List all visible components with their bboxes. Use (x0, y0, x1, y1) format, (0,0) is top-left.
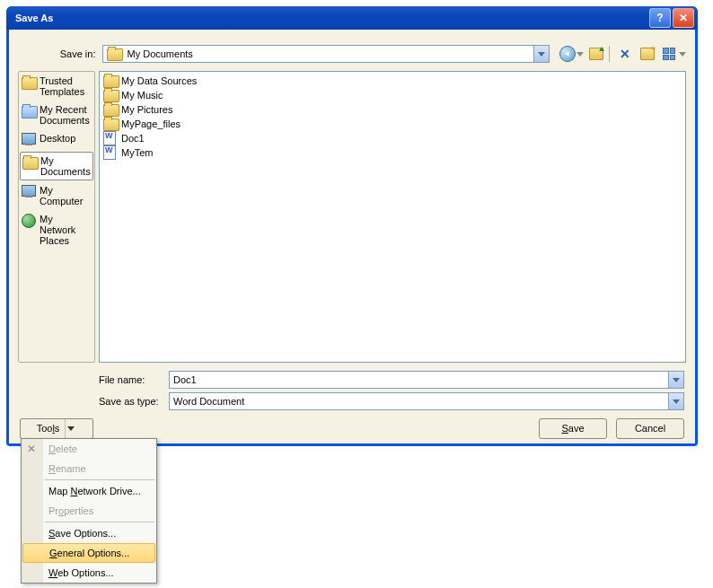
filename-value: Doc1 (170, 374, 668, 385)
folder-special-icon (103, 90, 119, 102)
places-item-label: Desktop (40, 133, 75, 144)
menu-separator (45, 522, 154, 522)
filetype-combo[interactable]: Word Document (169, 392, 684, 410)
tools-menu-item-label: Delete (48, 443, 77, 454)
places-item[interactable]: Desktop (19, 129, 94, 151)
tools-menu-item[interactable]: Save Options... (22, 523, 156, 543)
help-button[interactable]: ? (649, 8, 671, 28)
folder-icon (107, 48, 123, 61)
separator (609, 46, 610, 62)
folder-special-icon (103, 104, 119, 117)
savein-dropdown-arrow[interactable] (533, 46, 549, 62)
file-item-label: My Music (121, 90, 163, 101)
window-title: Save As (15, 13, 53, 23)
folder-icon (103, 118, 119, 131)
savein-value: My Documents (125, 48, 533, 59)
filename-combo[interactable]: Doc1 (169, 371, 684, 389)
tools-menu-item-label: Map Network Drive... (48, 486, 141, 496)
close-button[interactable]: ✕ (673, 8, 694, 28)
folder-icon (22, 157, 39, 170)
file-list[interactable]: My Data SourcesMy MusicMy PicturesMyPage… (99, 71, 686, 363)
tools-menu: ✕DeleteRenameMap Network Drive...Propert… (21, 438, 157, 584)
places-item-label: My Recent Documents (40, 104, 92, 126)
filetype-value: Word Document (170, 396, 668, 407)
file-item[interactable]: My Pictures (101, 102, 683, 117)
file-item[interactable]: Doc1 (101, 131, 683, 145)
tools-menu-item: ✕Delete (22, 439, 156, 459)
file-item[interactable]: MyTem (101, 145, 683, 160)
places-bar: Trusted TemplatesMy Recent DocumentsDesk… (18, 71, 95, 363)
places-item[interactable]: My Documents (20, 152, 93, 180)
tools-menu-item: Properties (22, 501, 156, 521)
doc-icon (103, 131, 116, 145)
tools-menu-item-label: General Options... (49, 548, 129, 558)
places-item[interactable]: My Computer (19, 181, 94, 210)
savein-combo[interactable]: My Documents (102, 45, 549, 63)
save-button[interactable]: Save (539, 418, 607, 439)
filename-dropdown-arrow[interactable] (668, 372, 683, 388)
filetype-label: Save as type: (99, 396, 169, 407)
filename-label: File name: (99, 374, 169, 385)
back-button[interactable] (558, 44, 577, 64)
menu-separator (45, 479, 154, 480)
folder-icon (22, 77, 38, 90)
save-as-dialog: Save As ? ✕ www.java2s.com Save in: My D… (6, 6, 698, 446)
places-item-label: My Network Places (40, 214, 92, 246)
delete-button[interactable]: ✕ (615, 44, 635, 64)
tools-menu-item-label: Rename (48, 463, 86, 474)
file-item-label: MyTem (121, 147, 153, 158)
folder-blue-icon (22, 106, 38, 118)
views-dropdown[interactable] (679, 52, 686, 57)
back-history-dropdown[interactable] (577, 52, 584, 57)
file-item-label: My Data Sources (121, 75, 197, 86)
monitor-icon (22, 133, 36, 145)
views-button[interactable] (659, 44, 679, 64)
places-item[interactable]: Trusted Templates (19, 72, 94, 101)
globe-icon (22, 214, 36, 228)
monitor-icon (22, 185, 36, 197)
up-one-level-button[interactable] (586, 44, 606, 64)
places-item[interactable]: My Network Places (19, 210, 94, 250)
tools-button[interactable]: Tools (20, 418, 93, 439)
file-item[interactable]: My Music (101, 88, 683, 102)
cancel-button[interactable]: Cancel (616, 418, 684, 439)
doc-icon (103, 145, 116, 160)
delete-icon: ✕ (27, 443, 36, 455)
places-item-label: My Documents (40, 155, 91, 177)
titlebar[interactable]: Save As ? ✕ (6, 6, 698, 30)
new-folder-button[interactable] (638, 44, 657, 64)
savein-label: Save in: (18, 48, 102, 59)
file-item[interactable]: MyPage_files (101, 117, 683, 131)
folder-special-icon (103, 75, 119, 88)
tools-menu-item[interactable]: Web Options... (22, 563, 156, 583)
tools-menu-item-label: Web Options... (48, 567, 114, 578)
tools-menu-item-label: Properties (48, 505, 93, 516)
tools-menu-item: Rename (22, 459, 156, 478)
tools-menu-item-label: Save Options... (48, 528, 116, 539)
filetype-dropdown-arrow[interactable] (668, 393, 683, 409)
places-item-label: My Computer (40, 185, 92, 206)
places-item-label: Trusted Templates (40, 75, 92, 97)
file-item[interactable]: My Data Sources (101, 74, 683, 88)
tools-menu-item[interactable]: General Options... (22, 543, 155, 563)
file-item-label: Doc1 (121, 133, 145, 144)
file-item-label: My Pictures (121, 104, 172, 115)
file-item-label: MyPage_files (121, 118, 180, 129)
places-item[interactable]: My Recent Documents (19, 101, 94, 129)
tools-menu-item[interactable]: Map Network Drive... (22, 481, 156, 501)
